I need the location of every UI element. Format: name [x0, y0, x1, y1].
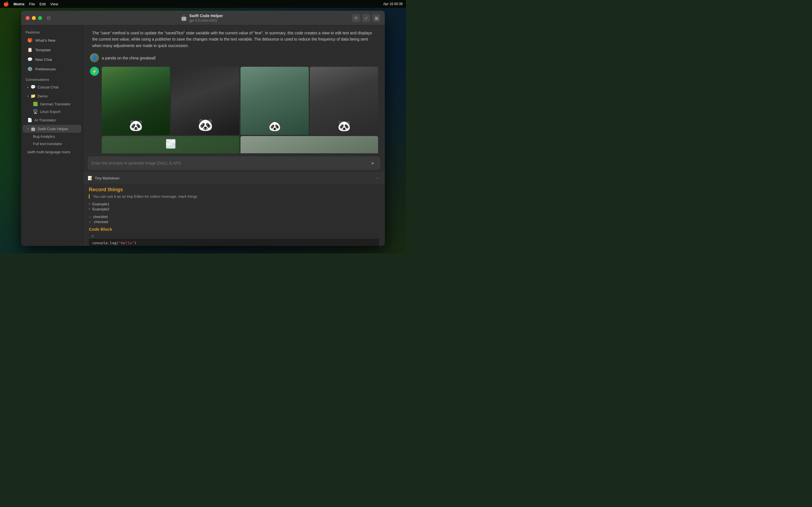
panda-image-3[interactable] [241, 67, 309, 135]
new-chat-icon: 💬 [28, 57, 33, 62]
demo-label: Demo [38, 94, 48, 98]
template-label: Template [35, 48, 51, 52]
list-item-2: • Example2 [89, 207, 379, 211]
swift-chevron: ▾ [28, 127, 29, 130]
prompt-input[interactable] [92, 161, 366, 165]
bug-analytics-label: Bug Analytics [33, 134, 55, 138]
markdown-content: Record things You can use it as an tmp E… [83, 183, 385, 246]
user-message-text: a panda on the china greatwall [102, 53, 156, 61]
casual-chat-icon: 💬 [31, 84, 36, 90]
expand-button[interactable]: ⤢ [362, 14, 370, 22]
linux-export-label: Linux Export [40, 110, 60, 114]
view-menu[interactable]: View [50, 2, 58, 6]
list-item-1: • Example1 [89, 202, 379, 206]
code-block: js console.log("Hello") [89, 233, 379, 246]
menubar-right: Apr 16 00:39 [383, 2, 403, 6]
minimize-button[interactable] [32, 16, 36, 20]
conv-german-translator[interactable]: 🟩 German Translator [23, 100, 81, 108]
german-translator-icon: 🟩 [33, 102, 38, 106]
window-icon: 🤖 [181, 15, 187, 21]
markdown-heading: Record things [89, 187, 379, 193]
layout-button[interactable]: ▦ [372, 14, 380, 22]
app-name[interactable]: Motrix [13, 2, 24, 6]
code-content: console.log("Hello") [89, 238, 379, 246]
features-label: Features [21, 29, 83, 36]
send-button[interactable]: ➤ [368, 159, 376, 167]
bullet-1: • [89, 202, 90, 206]
main-layout: Features 🎁 What's New 📋 Template 💬 New C… [21, 25, 385, 246]
sidebar-toggle-icon[interactable]: ⊟ [45, 15, 52, 21]
panda-image-5[interactable] [102, 136, 239, 153]
markdown-minimize-button[interactable]: — [375, 175, 380, 181]
casual-chat-label: Casual Chat [38, 85, 58, 89]
conv-swift-multi[interactable]: swift multi language trans [23, 149, 81, 156]
conv-group-swift: ▾ 🤖 Swift Code Helper Bug Analytics Full… [21, 124, 83, 148]
close-button[interactable] [26, 16, 30, 20]
casual-chat-chevron: ▸ [28, 86, 29, 89]
fullscreen-button[interactable] [38, 16, 42, 20]
window-subtitle: gpt-3.5-turbo-0301 [189, 18, 223, 22]
full-text-translator-label: Full text translator [33, 142, 62, 146]
conv-group-demo: ▾ 📁 Demo 🟩 German Translator 🖥️ Linux Ex… [21, 92, 83, 115]
conv-bug-analytics[interactable]: Bug Analytics [23, 133, 81, 140]
preferences-icon: ⚙️ [28, 66, 33, 71]
swift-icon: 🤖 [31, 126, 36, 131]
ai-avatar: ⚡ [90, 67, 99, 76]
edit-menu[interactable]: Edit [40, 2, 46, 6]
user-avatar-emoji: 👤 [92, 55, 97, 61]
checklist-checked-icon: ✓ [89, 220, 92, 224]
conv-linux-export[interactable]: 🖥️ Linux Export [23, 108, 81, 115]
image-grid-row1 [102, 67, 378, 135]
refresh-button[interactable]: ⟳ [352, 14, 360, 22]
preferences-label: Preferences [35, 67, 56, 71]
panda-image-1[interactable] [102, 67, 170, 135]
panda-image-2[interactable] [171, 67, 239, 135]
user-message: 👤 a panda on the china greatwall [90, 53, 378, 62]
window-title: Swift Code Helper [189, 13, 223, 18]
whats-new-label: What's New [35, 38, 56, 43]
conv-full-text-translator[interactable]: Full text translator [23, 140, 81, 147]
panda-image-4[interactable] [310, 67, 378, 135]
conv-ai-translator[interactable]: 📄 AI Translator [23, 116, 81, 124]
markdown-title: Tiny Markdown [95, 176, 119, 180]
conv-demo-header[interactable]: ▾ 📁 Demo [23, 92, 81, 100]
ai-text-message: The "save" method is used to update the … [90, 30, 378, 49]
markdown-panel: 📝 Tiny Markdown — Record things You can … [83, 173, 385, 246]
ai-translator-icon: 📄 [28, 118, 32, 122]
whats-new-icon: 🎁 [28, 38, 33, 43]
template-icon: 📋 [28, 47, 33, 52]
sidebar-item-new-chat[interactable]: 💬 New Chat [23, 55, 81, 64]
ai-avatar-icon: ⚡ [92, 69, 97, 74]
conversations-label: Conversations [21, 76, 83, 83]
desktop: ⊟ 🤖 Swift Code Helper gpt-3.5-turbo-0301… [0, 8, 406, 253]
titlebar: ⊟ 🤖 Swift Code Helper gpt-3.5-turbo-0301… [21, 11, 385, 25]
file-menu[interactable]: File [29, 2, 35, 6]
markdown-header-left: 📝 Tiny Markdown [88, 176, 119, 180]
code-prefix: console.log( [92, 241, 119, 245]
sidebar-item-preferences[interactable]: ⚙️ Preferences [23, 64, 81, 73]
markdown-list: • Example1 • Example2 [89, 202, 379, 211]
user-avatar: 👤 [90, 53, 99, 62]
sidebar: Features 🎁 What's New 📋 Template 💬 New C… [21, 25, 83, 246]
sidebar-item-whats-new[interactable]: 🎁 What's New [23, 36, 81, 45]
app-window: ⊟ 🤖 Swift Code Helper gpt-3.5-turbo-0301… [21, 11, 385, 246]
apple-menu[interactable]: 🍎 [3, 1, 9, 7]
checklist-item-2: ✓ checked [89, 220, 379, 224]
list-item-1-text: Example1 [93, 202, 109, 206]
checklist-2-label: checked [94, 220, 108, 224]
conv-casual-chat[interactable]: ▸ 💬 Casual Chat [23, 83, 81, 91]
panda-image-6[interactable] [241, 136, 378, 153]
conv-swift-header[interactable]: ▾ 🤖 Swift Code Helper [23, 125, 81, 133]
chat-messages: The "save" method is used to update the … [83, 25, 385, 153]
checklist-item-1: ○ checklist [89, 215, 379, 219]
code-string: "Hello" [119, 241, 134, 245]
code-suffix: ) [134, 241, 137, 245]
chat-area: The "save" method is used to update the … [83, 25, 385, 246]
checklist-1-label: checklist [93, 215, 108, 219]
linux-export-icon: 🖥️ [33, 109, 38, 114]
image-grid-row2 [102, 136, 378, 153]
swift-multi-label: swift multi language trans [28, 150, 70, 154]
window-title-area: 🤖 Swift Code Helper gpt-3.5-turbo-0301 [55, 13, 349, 22]
checklist-unchecked-icon: ○ [89, 215, 91, 219]
sidebar-item-template[interactable]: 📋 Template [23, 45, 81, 54]
